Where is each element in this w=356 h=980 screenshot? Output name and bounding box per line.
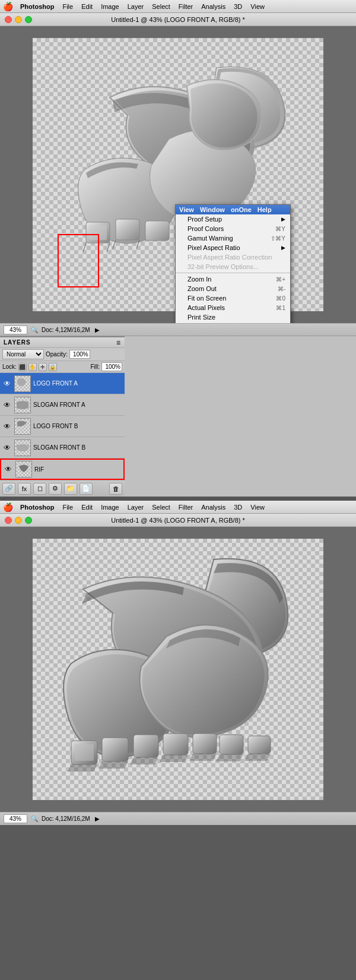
lock-all-icon[interactable]: 🔒	[49, 363, 57, 371]
minimize-button[interactable]	[15, 16, 22, 23]
bottom-logo-canvas	[42, 545, 309, 782]
link-layers-button[interactable]: 🔗	[2, 483, 15, 495]
layer-thumb-rif	[15, 461, 32, 478]
layer-visibility-logo-front-a[interactable]: 👁	[2, 379, 12, 388]
bottom-minimize-button[interactable]	[15, 517, 22, 524]
menu-select[interactable]: Select	[148, 2, 174, 11]
bottom-nav-arrow[interactable]: ▶	[95, 815, 100, 822]
bottom-menu-file[interactable]: File	[59, 502, 77, 512]
svg-rect-20	[248, 736, 271, 754]
svg-line-9	[107, 243, 110, 252]
nav-arrow[interactable]: ▶	[95, 327, 100, 333]
layer-name-logo-front-a: LOGO FRONT A	[33, 380, 122, 387]
layer-visibility-slogan-front-a[interactable]: 👁	[2, 400, 12, 410]
delete-layer-button[interactable]: 🗑	[109, 483, 122, 495]
menu-analysis[interactable]: Analysis	[198, 2, 229, 11]
lock-transparent-icon[interactable]: ⬛	[18, 363, 27, 371]
actual-pixels-label: Actual Pixels	[187, 304, 225, 311]
menu-zoom-in[interactable]: Zoom In ⌘+	[176, 274, 290, 284]
layer-visibility-rif[interactable]: 👁	[4, 464, 13, 474]
actual-pixels-shortcut: ⌘1	[276, 305, 285, 311]
menu-actual-pixels[interactable]: Actual Pixels ⌘1	[176, 303, 290, 312]
menu-3d[interactable]: 3D	[230, 2, 246, 11]
new-layer-button[interactable]: 📄	[80, 483, 93, 495]
bottom-menu-filter[interactable]: Filter	[175, 502, 196, 512]
bottom-menu-edit[interactable]: Edit	[78, 502, 96, 512]
lock-image-icon[interactable]: ✋	[28, 363, 37, 371]
menu-view[interactable]: View	[247, 2, 268, 11]
close-button[interactable]	[5, 16, 12, 23]
new-group-button[interactable]: 📁	[64, 483, 77, 495]
bottom-menu-layer[interactable]: Layer	[124, 502, 148, 512]
zoom-input[interactable]	[4, 325, 27, 334]
status-bar: 🔍 Doc: 4,12M/16,2M ▶	[0, 323, 356, 336]
dropdown-header-onone[interactable]: onOne	[231, 206, 252, 213]
add-mask-button[interactable]: ◻	[33, 483, 46, 495]
layers-panel: LAYERS ≡ Normal Multiply Screen Opacity:…	[0, 336, 125, 497]
layers-menu-icon[interactable]: ≡	[116, 339, 121, 347]
bottom-window-title: Untitled-1 @ 43% (LOGO FRONT A, RGB/8) *	[111, 517, 245, 524]
layer-row-logo-front-b[interactable]: 👁 LOGO FRONT B	[0, 416, 125, 437]
opacity-input[interactable]	[69, 350, 90, 359]
menu-layer[interactable]: Layer	[124, 2, 148, 11]
bottom-close-button[interactable]	[5, 517, 12, 524]
bottom-menu-3d[interactable]: 3D	[230, 502, 246, 512]
menu-zoom-out[interactable]: Zoom Out ⌘-	[176, 284, 290, 293]
layer-row-slogan-front-b[interactable]: 👁 SLOGAN FRONT B	[0, 437, 125, 459]
svg-rect-16	[134, 735, 158, 757]
bottom-maximize-button[interactable]	[25, 517, 32, 524]
layer-visibility-slogan-front-b[interactable]: 👁	[2, 443, 12, 453]
menu-edit[interactable]: Edit	[78, 2, 96, 11]
bottom-menu-view[interactable]: View	[247, 502, 268, 512]
canvas-area[interactable]: View Window onOne Help Proof Setup ▶ Pro…	[0, 26, 356, 323]
fill-input[interactable]	[101, 362, 122, 371]
new-adjustment-button[interactable]: ⚙	[49, 483, 62, 495]
layer-visibility-logo-front-b[interactable]: 👁	[2, 422, 12, 431]
apple-logo[interactable]: 🍎	[2, 1, 13, 12]
menu-photoshop[interactable]: Photoshop	[17, 2, 58, 11]
lock-position-icon[interactable]: ✛	[39, 363, 47, 371]
pixel-aspect-arrow: ▶	[281, 245, 285, 251]
bottom-zoom-input[interactable]	[4, 814, 27, 823]
menu-file[interactable]: File	[59, 2, 77, 11]
menu-image[interactable]: Image	[97, 2, 123, 11]
layer-name-logo-front-b: LOGO FRONT B	[33, 423, 122, 429]
menu-gamut-warning[interactable]: Gamut Warning ⇧⌘Y	[176, 233, 290, 243]
svg-rect-17	[163, 734, 188, 755]
layer-row-rif[interactable]: 👁 RIF	[0, 459, 125, 480]
svg-rect-2	[116, 219, 139, 240]
maximize-button[interactable]	[25, 16, 32, 23]
layer-row-logo-front-a[interactable]: 👁 LOGO FRONT A	[0, 373, 125, 394]
menu-pixel-aspect-correction: Pixel Aspect Ratio Correction	[176, 252, 290, 262]
bottom-canvas-area[interactable]	[0, 527, 356, 812]
dropdown-header-window[interactable]: Window	[200, 206, 225, 213]
menu-pixel-aspect-ratio[interactable]: Pixel Aspect Ratio ▶	[176, 243, 290, 252]
window-title: Untitled-1 @ 43% (LOGO FRONT A, RGB/8) *	[111, 16, 245, 23]
menu-fit-screen[interactable]: Fit on Screen ⌘0	[176, 293, 290, 303]
bottom-menu-image[interactable]: Image	[97, 502, 123, 512]
bottom-canvas-inner	[33, 539, 323, 800]
blend-mode-select[interactable]: Normal Multiply Screen	[2, 349, 44, 359]
layer-thumb-logo-front-a	[14, 375, 31, 392]
svg-rect-1	[89, 225, 107, 240]
top-panel: 🍎 Photoshop File Edit Image Layer Select…	[0, 0, 356, 497]
layers-title: LAYERS	[4, 339, 31, 346]
bottom-menu-select[interactable]: Select	[148, 502, 174, 512]
fit-screen-label: Fit on Screen	[187, 295, 226, 302]
traffic-lights	[5, 16, 32, 23]
menu-proof-setup[interactable]: Proof Setup ▶	[176, 214, 290, 224]
zoom-percent-icon: 🔍	[31, 327, 38, 333]
svg-rect-14	[75, 744, 94, 761]
menu-filter[interactable]: Filter	[175, 2, 196, 11]
menu-proof-colors[interactable]: Proof Colors ⌘Y	[176, 224, 290, 233]
bottom-menu-analysis[interactable]: Analysis	[198, 502, 229, 512]
bottom-menu-photoshop[interactable]: Photoshop	[17, 502, 58, 512]
menu-bar: 🍎 Photoshop File Edit Image Layer Select…	[0, 0, 356, 13]
dropdown-header-view[interactable]: View	[179, 206, 194, 213]
svg-rect-18	[193, 734, 217, 754]
menu-print-size[interactable]: Print Size	[176, 312, 290, 322]
bottom-apple-logo[interactable]: 🍎	[2, 502, 13, 513]
add-style-button[interactable]: fx	[18, 483, 31, 495]
dropdown-header-help[interactable]: Help	[258, 206, 272, 213]
layer-row-slogan-front-a[interactable]: 👁 SLOGAN FRONT A	[0, 394, 125, 416]
